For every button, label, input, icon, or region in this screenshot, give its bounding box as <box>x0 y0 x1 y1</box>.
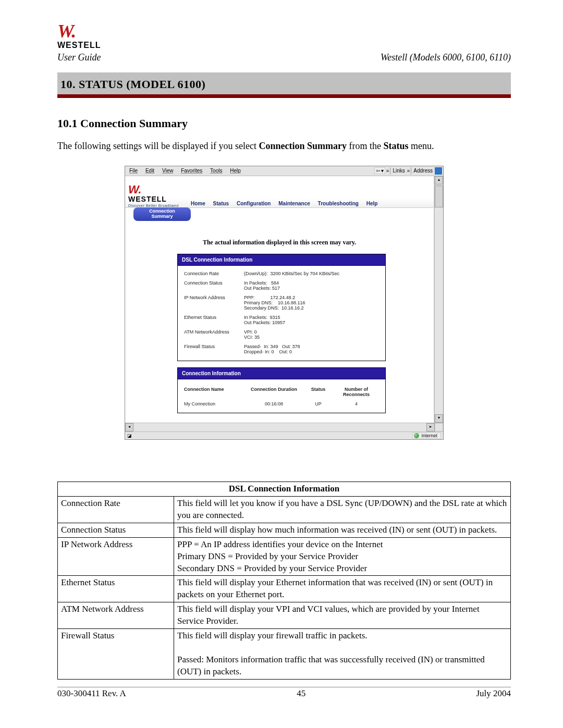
row-label: IP Network Address <box>58 537 174 576</box>
scroll-up-button[interactable]: ▴ <box>435 176 443 184</box>
horizontal-scrollbar[interactable]: ◂ ▸ <box>125 423 443 431</box>
logo-mark-icon: W. <box>57 26 75 38</box>
dsl-status-label: Connection Status <box>184 280 244 286</box>
address-label[interactable]: Address <box>412 168 434 174</box>
footer-revision: 030-300411 Rev. A <box>57 688 126 699</box>
page-footer: 030-300411 Rev. A 45 July 2004 <box>57 687 511 699</box>
conn-th-reconnects: Number of Reconnects <box>333 387 380 397</box>
brand-mark-icon: W. <box>128 187 179 193</box>
row-desc: This field will display your firewall tr… <box>174 629 511 680</box>
conn-th-status: Status <box>304 387 333 397</box>
globe-icon <box>414 433 419 438</box>
nav-maintenance[interactable]: Maintenance <box>278 201 310 206</box>
back-caret-icon: ▾ <box>381 168 384 174</box>
table-row: Ethernet Status This field will display … <box>58 576 511 602</box>
intro-bold-1: Connection Summary <box>259 141 347 151</box>
table-row: Firewall Status This field will display … <box>58 629 511 680</box>
nav-troubleshooting[interactable]: Troubleshooting <box>318 201 359 206</box>
selected-tab-connection-summary[interactable]: Connection Summary <box>133 207 191 221</box>
menu-edit[interactable]: Edit <box>145 168 154 174</box>
logo: W. WESTELL User Guide <box>57 26 101 63</box>
dsl-rate-value: (Down/Up): 3200 KBits/Sec by 704 KBits/S… <box>244 271 339 276</box>
chapter-title-bar: 10. STATUS (MODEL 6100) <box>57 72 511 98</box>
dsl-atm-value: VPI: 0 VCI: 35 <box>244 329 260 340</box>
row-desc: This field will display your Ethernet in… <box>174 576 511 602</box>
row-desc: This field will let you know if you have… <box>174 496 511 523</box>
menu-help[interactable]: Help <box>230 168 241 174</box>
table-row: Connection Status This field will displa… <box>58 523 511 537</box>
menu-view[interactable]: View <box>162 168 174 174</box>
row-label: Firewall Status <box>58 629 174 680</box>
scroll-right-button[interactable]: ▸ <box>426 423 435 431</box>
nav-home[interactable]: Home <box>191 201 205 206</box>
menu-tools[interactable]: Tools <box>210 168 222 174</box>
dsl-fw-value: Passed- In: 349 Out: 378 Dropped- In: 0 … <box>244 344 300 354</box>
conn-panel-body: Connection Name Connection Duration Stat… <box>177 379 386 413</box>
brand-tagline: Discover Better Broadband <box>128 204 179 207</box>
hscroll-track[interactable] <box>133 423 426 431</box>
conn-td-duration: 00:16:08 <box>244 401 304 406</box>
brand-word: WESTELL <box>128 195 179 203</box>
dsl-rate-label: Connection Rate <box>184 271 244 276</box>
conn-th-name: Connection Name <box>184 387 244 397</box>
scroll-down-button[interactable]: ▾ <box>435 414 443 423</box>
intro-text: The following settings will be displayed… <box>57 141 259 151</box>
row-label: Connection Rate <box>58 496 174 523</box>
links-label[interactable]: Links <box>391 168 406 174</box>
dsl-eth-value: In Packets: 9315 Out Packets: 10957 <box>244 315 285 325</box>
ie-menu-bar: File Edit View Favorites Tools Help ⇦ ▾ … <box>125 166 443 176</box>
conn-td-status: UP <box>304 401 333 406</box>
menu-file[interactable]: File <box>129 168 138 174</box>
internet-zone: Internet <box>412 433 441 439</box>
scroll-left-button[interactable]: ◂ <box>125 423 133 431</box>
links-chevron-icon: » <box>407 168 410 174</box>
conn-td-name: My Connection <box>184 401 244 406</box>
row-desc: This field will display how much informa… <box>174 523 511 537</box>
section-heading: 10.1 Connection Summary <box>57 117 511 130</box>
nav-bar: Home Status Configuration Maintenance Tr… <box>188 201 434 206</box>
dsl-panel-body: Connection Rate (Down/Up): 3200 KBits/Se… <box>177 266 386 361</box>
table-row: Connection Rate This field will let you … <box>58 496 511 523</box>
dsl-info-table: DSL Connection Information Connection Ra… <box>57 482 511 680</box>
row-label: Connection Status <box>58 523 174 537</box>
scroll-thumb[interactable] <box>435 186 443 207</box>
nav-status[interactable]: Status <box>213 201 229 206</box>
table-row: ATM Network Address This field will disp… <box>58 602 511 629</box>
intro-text-mid: from the <box>347 141 383 151</box>
status-done-icon: ◪ <box>127 433 132 438</box>
nav-configuration[interactable]: Configuration <box>237 201 271 206</box>
intro-text-suffix: menu. <box>408 141 434 151</box>
conn-th-duration: Connection Duration <box>244 387 304 397</box>
vertical-scrollbar[interactable]: ▴ ▾ <box>434 176 443 423</box>
browser-screenshot: File Edit View Favorites Tools Help ⇦ ▾ … <box>125 166 444 440</box>
row-desc: This field will display your VPI and VCI… <box>174 602 511 629</box>
conn-panel-header: Connection Information <box>177 367 386 379</box>
screen-note: The actual information displayed in this… <box>125 239 434 246</box>
back-arrow-icon: ⇦ <box>376 168 380 174</box>
dsl-status-value: In Packets: 584 Out Packets: 517 <box>244 280 280 291</box>
back-button[interactable]: ⇦ ▾ <box>374 167 385 174</box>
table-row: IP Network Address PPP = An IP address i… <box>58 537 511 576</box>
dsl-ip-label: IP Network Address <box>184 295 244 300</box>
ie-status-bar: ◪ Internet <box>125 431 443 439</box>
dsl-panel-header: DSL Connection Information <box>177 254 386 266</box>
internet-zone-label: Internet <box>421 433 437 438</box>
intro-paragraph: The following settings will be displayed… <box>57 140 511 152</box>
dsl-atm-label: ATM NetworkAddress <box>184 329 244 335</box>
logo-word: WESTELL <box>57 41 101 50</box>
dsl-info-table-title: DSL Connection Information <box>58 482 511 496</box>
conn-td-reconnects: 4 <box>333 401 380 406</box>
footer-date: July 2004 <box>476 688 511 699</box>
dsl-eth-label: Ethernet Status <box>184 315 244 320</box>
row-label: Ethernet Status <box>58 576 174 602</box>
dsl-fw-label: Firewall Status <box>184 344 244 349</box>
windows-flag-icon <box>435 167 442 175</box>
footer-page-number: 45 <box>297 688 305 699</box>
row-desc: PPP = An IP address identifies your devi… <box>174 537 511 576</box>
nav-help[interactable]: Help <box>366 201 378 206</box>
menu-favorites[interactable]: Favorites <box>181 168 202 174</box>
intro-bold-2: Status <box>383 141 408 151</box>
page-header: W. WESTELL User Guide Westell (Models 60… <box>57 26 511 63</box>
toolbar-chevron-icon: » <box>386 168 389 174</box>
models-label: Westell (Models 6000, 6100, 6110) <box>381 52 511 63</box>
